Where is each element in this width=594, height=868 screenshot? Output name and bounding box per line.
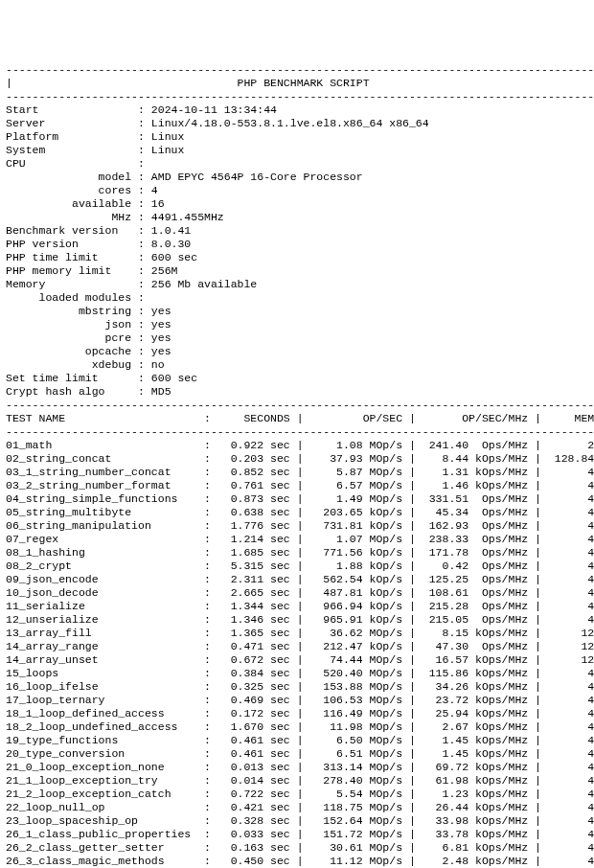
info-row: Benchmark version : 1.0.41	[6, 224, 191, 237]
table-row: 14_array_unset : 0.672 sec | 74.44 MOp/s…	[6, 653, 594, 666]
info-row: Server : Linux/4.18.0-553.8.1.lve.el8.x8…	[6, 117, 429, 129]
info-row: model : AMD EPYC 4564P 16-Core Processor	[6, 171, 363, 183]
table-row: 26_3_class_magic_methods : 0.450 sec | 1…	[6, 855, 594, 867]
info-row: MHz : 4491.455MHz	[6, 211, 224, 223]
table-row: 22_loop_null_op : 0.421 sec | 118.75 MOp…	[6, 801, 594, 813]
info-row: CPU :	[6, 157, 151, 170]
info-row: available : 16	[6, 197, 165, 210]
table-row: 15_loops : 0.384 sec | 520.40 MOp/s | 11…	[6, 667, 594, 679]
table-row: 13_array_fill : 1.365 sec | 36.62 MOp/s …	[6, 627, 594, 639]
table-row: 03_2_string_number_format : 0.761 sec | …	[6, 479, 594, 491]
table-row: 05_string_multibyte : 0.638 sec | 203.65…	[6, 506, 594, 518]
info-row: json : yes	[6, 318, 171, 331]
table-row: 14_array_range : 0.471 sec | 212.47 kOp/…	[6, 640, 594, 652]
divider: ----------------------------------------…	[6, 399, 594, 411]
divider: ----------------------------------------…	[6, 425, 594, 438]
table-row: 26_2_class_getter_setter : 0.163 sec | 3…	[6, 841, 594, 854]
info-row: Start : 2024-10-11 13:34:44	[6, 103, 277, 116]
info-row: cores : 4	[6, 184, 158, 196]
info-row: PHP time limit : 600 sec	[6, 251, 197, 263]
info-row: Crypt hash algo : MD5	[6, 385, 171, 398]
table-row: 26_1_class_public_properties : 0.033 sec…	[6, 828, 594, 840]
table-row: 21_0_loop_exception_none : 0.013 sec | 3…	[6, 761, 594, 773]
table-row: 16_loop_ifelse : 0.325 sec | 153.88 MOp/…	[6, 680, 594, 693]
table-row: 12_unserialize : 1.346 sec | 965.91 kOp/…	[6, 613, 594, 626]
table-row: 08_2_crypt : 5.315 sec | 1.88 kOp/s | 0.…	[6, 560, 594, 572]
info-row: PHP version : 8.0.30	[6, 238, 191, 250]
table-row: 04_string_simple_functions : 0.873 sec |…	[6, 492, 594, 505]
table-row: 03_1_string_number_concat : 0.852 sec | …	[6, 466, 594, 478]
table-row: 01_math : 0.922 sec | 1.08 MOp/s | 241.4…	[6, 439, 594, 451]
table-row: 06_string_manipulation : 1.776 sec | 731…	[6, 519, 594, 532]
table-row: 23_loop_spaceship_op : 0.328 sec | 152.6…	[6, 814, 594, 827]
divider: ----------------------------------------…	[6, 63, 594, 76]
info-row: Platform : Linux	[6, 130, 184, 143]
table-row: 07_regex : 1.214 sec | 1.07 MOp/s | 238.…	[6, 533, 594, 545]
table-row: 17_loop_ternary : 0.469 sec | 106.53 MOp…	[6, 694, 594, 706]
table-row: 21_1_loop_exception_try : 0.014 sec | 27…	[6, 774, 594, 787]
table-row: 18_2_loop_undefined_access : 1.670 sec |…	[6, 720, 594, 733]
table-row: 20_type_conversion : 0.461 sec | 6.51 MO…	[6, 747, 594, 760]
table-header: TEST NAME : SECONDS | OP/SEC | OP/SEC/MH…	[6, 412, 594, 424]
info-row: Memory : 256 Mb available	[6, 278, 257, 290]
table-row: 11_serialize : 1.344 sec | 966.94 kOp/s …	[6, 600, 594, 612]
table-row: 10_json_decode : 2.665 sec | 487.81 kOp/…	[6, 586, 594, 599]
info-row: System : Linux	[6, 144, 184, 156]
table-row: 18_1_loop_defined_access : 0.172 sec | 1…	[6, 707, 594, 720]
table-row: 21_2_loop_exception_catch : 0.722 sec | …	[6, 788, 594, 800]
divider: ----------------------------------------…	[6, 90, 594, 103]
table-row: 09_json_encode : 2.311 sec | 562.54 kOp/…	[6, 573, 594, 585]
info-row: loaded modules :	[6, 291, 151, 304]
report-title: | PHP BENCHMARK SCRIPT |	[6, 77, 594, 89]
info-row: Set time limit : 600 sec	[6, 372, 197, 384]
table-row: 02_string_concat : 0.203 sec | 37.93 MOp…	[6, 452, 594, 465]
benchmark-report: ----------------------------------------…	[6, 63, 588, 868]
table-row: 08_1_hashing : 1.685 sec | 771.56 kOp/s …	[6, 546, 594, 559]
table-row: 19_type_functions : 0.461 sec | 6.50 MOp…	[6, 734, 594, 746]
info-row: opcache : yes	[6, 345, 171, 357]
info-row: PHP memory limit : 256M	[6, 264, 177, 277]
info-row: pcre : yes	[6, 331, 171, 344]
info-row: xdebug : no	[6, 358, 165, 371]
info-row: mbstring : yes	[6, 305, 171, 317]
